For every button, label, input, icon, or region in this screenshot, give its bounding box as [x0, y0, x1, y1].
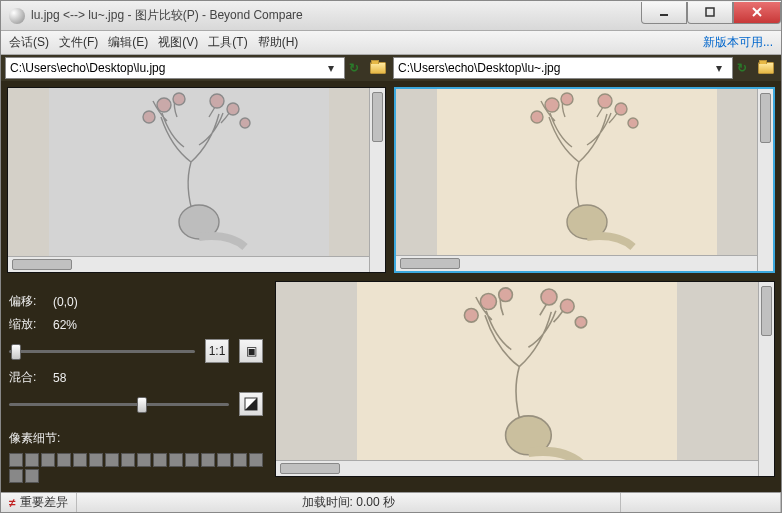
svg-rect-1 — [706, 8, 714, 16]
svg-point-5 — [157, 98, 171, 112]
path-toolbar: ▾ ▾ — [1, 55, 781, 81]
right-path-input[interactable] — [398, 61, 711, 75]
pixel-swatch — [105, 453, 119, 467]
svg-point-24 — [560, 299, 574, 313]
pixel-swatch — [9, 453, 23, 467]
zoom-fit-button[interactable]: ▣ — [239, 339, 263, 363]
left-image-content — [49, 88, 329, 256]
menu-session[interactable]: 会话(S) — [9, 34, 49, 51]
right-v-scrollbar[interactable] — [757, 89, 773, 271]
preview-v-scrollbar[interactable] — [758, 282, 774, 476]
pixel-swatch — [25, 469, 39, 483]
pixel-swatch — [185, 453, 199, 467]
pixel-swatch — [41, 453, 55, 467]
reload-icon — [349, 61, 363, 75]
svg-point-16 — [615, 103, 627, 115]
preview-h-scrollbar[interactable] — [276, 460, 758, 476]
pixel-swatch — [153, 453, 167, 467]
left-browse-button[interactable] — [367, 57, 389, 79]
left-v-scrollbar[interactable] — [369, 88, 385, 272]
svg-point-20 — [480, 294, 496, 310]
offset-label: 偏移: — [9, 293, 43, 310]
contrast-icon — [244, 397, 258, 411]
maximize-button[interactable] — [687, 2, 733, 24]
svg-point-10 — [240, 118, 250, 128]
menu-tools[interactable]: 工具(T) — [208, 34, 247, 51]
left-reload-button[interactable] — [347, 57, 365, 79]
window-title: lu.jpg <--> lu~.jpg - 图片比较(P) - Beyond C… — [31, 7, 641, 24]
pixel-swatch — [137, 453, 151, 467]
pixel-swatch — [25, 453, 39, 467]
zoom-actual-button[interactable]: 1:1 — [205, 339, 229, 363]
blend-image-content — [357, 282, 677, 460]
folder-icon — [758, 62, 774, 74]
right-image-panel[interactable] — [394, 87, 775, 273]
not-equal-icon: ≠ — [9, 496, 16, 510]
blend-label: 混合: — [9, 369, 43, 386]
blend-value: 58 — [53, 371, 66, 385]
right-browse-button[interactable] — [755, 57, 777, 79]
zoom-label: 缩放: — [9, 316, 43, 333]
zoom-value: 62% — [53, 318, 77, 332]
one-to-one-icon: 1:1 — [209, 344, 226, 358]
status-diff: ≠重要差异 — [1, 493, 77, 512]
pixel-swatch — [249, 453, 263, 467]
pixel-swatch — [57, 453, 71, 467]
pixel-swatch — [89, 453, 103, 467]
left-image-panel[interactable] — [7, 87, 386, 273]
close-button[interactable] — [733, 2, 781, 24]
pixel-swatch — [201, 453, 215, 467]
reload-icon — [737, 61, 751, 75]
fit-icon: ▣ — [246, 344, 257, 358]
menu-edit[interactable]: 编辑(E) — [108, 34, 148, 51]
blend-preview-panel[interactable] — [275, 281, 775, 477]
svg-point-15 — [598, 94, 612, 108]
left-path-field[interactable]: ▾ — [5, 57, 345, 79]
svg-point-17 — [628, 118, 638, 128]
right-h-scrollbar[interactable] — [396, 255, 757, 271]
svg-point-14 — [561, 93, 573, 105]
svg-point-6 — [143, 111, 155, 123]
right-reload-button[interactable] — [735, 57, 753, 79]
minimize-button[interactable] — [641, 2, 687, 24]
svg-point-9 — [227, 103, 239, 115]
left-image-canvas[interactable] — [8, 88, 369, 256]
menu-file[interactable]: 文件(F) — [59, 34, 98, 51]
status-spacer — [621, 493, 781, 512]
menu-bar: 会话(S) 文件(F) 编辑(E) 视图(V) 工具(T) 帮助(H) 新版本可… — [1, 31, 781, 55]
blend-preview-canvas[interactable] — [276, 282, 758, 460]
svg-point-25 — [575, 316, 586, 327]
right-path-dropdown-icon[interactable]: ▾ — [711, 57, 728, 79]
svg-point-22 — [499, 288, 513, 302]
right-image-canvas[interactable] — [396, 89, 757, 255]
svg-point-7 — [173, 93, 185, 105]
folder-icon — [370, 62, 386, 74]
menu-view[interactable]: 视图(V) — [158, 34, 198, 51]
pixel-swatch — [233, 453, 247, 467]
svg-point-13 — [531, 111, 543, 123]
blend-mode-button[interactable] — [239, 392, 263, 416]
lower-area: 偏移: (0,0) 缩放: 62% 1:1 ▣ 混合: 58 像素细节: — [1, 281, 781, 481]
title-bar: lu.jpg <--> lu~.jpg - 图片比较(P) - Beyond C… — [1, 1, 781, 31]
right-path-field[interactable]: ▾ — [393, 57, 733, 79]
left-h-scrollbar[interactable] — [8, 256, 369, 272]
offset-value: (0,0) — [53, 295, 78, 309]
right-image-content — [437, 89, 717, 255]
controls-panel: 偏移: (0,0) 缩放: 62% 1:1 ▣ 混合: 58 像素细节: — [7, 281, 265, 477]
left-path-input[interactable] — [10, 61, 323, 75]
compare-panes — [1, 81, 781, 281]
status-bar: ≠重要差异 加载时间: 0.00 秒 — [1, 492, 781, 512]
update-available-link[interactable]: 新版本可用... — [703, 34, 773, 51]
menu-help[interactable]: 帮助(H) — [258, 34, 299, 51]
svg-point-23 — [541, 289, 557, 305]
pixel-swatch — [9, 469, 23, 483]
pixel-swatches — [9, 453, 263, 483]
blend-slider[interactable] — [9, 394, 229, 414]
svg-point-12 — [545, 98, 559, 112]
svg-point-21 — [464, 308, 478, 322]
left-path-dropdown-icon[interactable]: ▾ — [323, 57, 340, 79]
pixel-swatch — [121, 453, 135, 467]
zoom-slider[interactable] — [9, 341, 195, 361]
svg-point-8 — [210, 94, 224, 108]
status-load-time: 加载时间: 0.00 秒 — [77, 493, 621, 512]
